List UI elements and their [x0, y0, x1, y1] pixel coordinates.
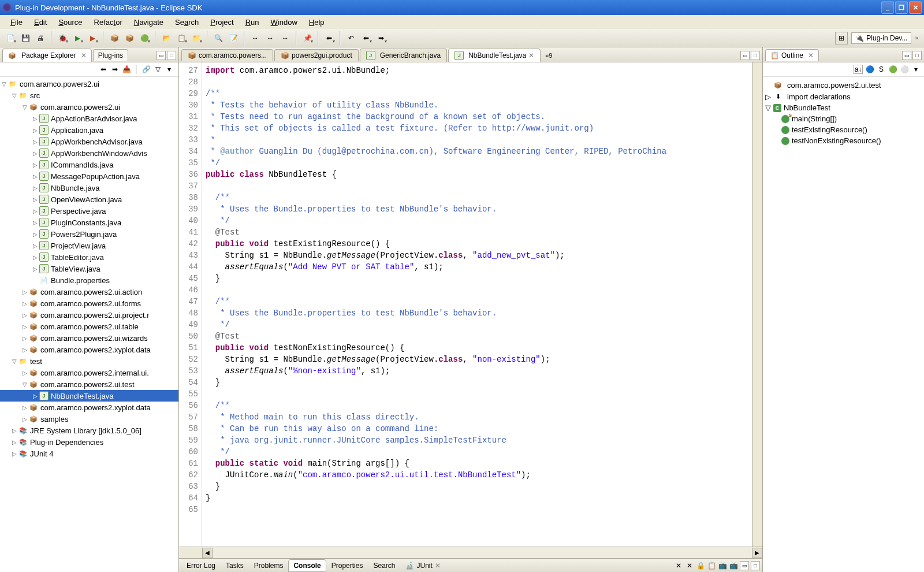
console-tool-icon[interactable]: 🔒: [696, 561, 705, 570]
scroll-left-button[interactable]: ◀: [202, 548, 213, 558]
tab-search[interactable]: Search: [368, 559, 400, 572]
forward-icon[interactable]: ➡: [110, 65, 120, 74]
tree-pkg-ui[interactable]: ▽📦com.aramco.powers2.ui: [0, 101, 178, 113]
tree-test[interactable]: ▽📁test: [0, 355, 178, 367]
vertical-scrollbar[interactable]: [752, 62, 762, 547]
tab-problems[interactable]: Problems: [249, 559, 289, 572]
menu-help[interactable]: Help: [303, 17, 330, 28]
nav-toggle-button[interactable]: ⬅: [322, 31, 336, 45]
tree-file[interactable]: ▷JPowers2Plugin.java: [0, 228, 178, 240]
tree-file[interactable]: ▷JAppActionBarAdvisor.java: [0, 113, 178, 124]
hide-static-icon[interactable]: S: [877, 65, 886, 74]
nav-button2[interactable]: ↔: [263, 31, 277, 45]
tree-file[interactable]: ▷JAppWorkbenchWindowAdvis: [0, 147, 178, 159]
run-button[interactable]: ▶: [70, 31, 84, 45]
tree-file[interactable]: ▷JNbBundle.java: [0, 182, 178, 194]
back-button[interactable]: ⬅: [359, 31, 373, 45]
tree-pkg[interactable]: ▷📦com.aramco.powers2.ui.project.r: [0, 309, 178, 321]
editor-tab-2[interactable]: 📦powers2gui.product: [274, 49, 359, 61]
code-editor[interactable]: import com.aramco.powers2.ui.NbBundle; /…: [202, 62, 752, 547]
open-res-button[interactable]: 📁: [189, 31, 203, 45]
hide-local-icon[interactable]: ⚪: [900, 65, 909, 74]
tab-junit[interactable]: 🔬JUnit✕: [400, 559, 445, 572]
filter-icon[interactable]: ▽: [153, 65, 162, 74]
tree-pkg[interactable]: ▷📦com.aramco.powers2.ui.table: [0, 321, 178, 332]
outline-method-test1[interactable]: testExistingResource(): [765, 124, 922, 135]
tree-file[interactable]: ▷JPerspective.java: [0, 205, 178, 217]
hide-nonpublic-icon[interactable]: 🟢: [888, 65, 897, 74]
tree-src[interactable]: ▽📁src: [0, 90, 178, 101]
maximize-editor-button[interactable]: □: [751, 51, 760, 60]
sort-icon[interactable]: a↓: [854, 65, 863, 74]
tree-file[interactable]: ▷JApplication.java: [0, 124, 178, 136]
menu-source[interactable]: Source: [53, 17, 88, 28]
collapse-icon[interactable]: 📥: [122, 65, 131, 74]
minimize-editor-button[interactable]: ▭: [740, 51, 750, 60]
minimize-view-button[interactable]: ▭: [740, 561, 749, 570]
tree-pkg[interactable]: ▷📦com.aramco.powers2.ui.wizards: [0, 332, 178, 344]
tree-jre[interactable]: ▷📚JRE System Library [jdk1.5.0_06]: [0, 425, 178, 436]
tree-junit[interactable]: ▷📚JUnit 4: [0, 448, 178, 459]
tree-file[interactable]: ▷JAppWorkbenchAdvisor.java: [0, 136, 178, 147]
menu-navigate[interactable]: Navigate: [128, 17, 169, 28]
tab-console[interactable]: Console: [288, 559, 326, 572]
tab-outline[interactable]: 📋 Outline ✕: [765, 49, 819, 61]
new-ext-button[interactable]: 📦: [122, 31, 136, 45]
tree-project[interactable]: ▽📁com.aramco.powers2.ui: [0, 78, 178, 90]
nav-button3[interactable]: ↔: [278, 31, 292, 45]
close-tab-icon[interactable]: ✕: [528, 51, 534, 60]
minimize-view-button[interactable]: ▭: [902, 51, 911, 60]
tab-plugins[interactable]: Plug-ins: [93, 49, 128, 61]
tree-pkg-uitest[interactable]: ▽📦com.aramco.powers2.ui.test: [0, 378, 178, 390]
new-plugin-button[interactable]: 📦: [107, 31, 121, 45]
pin-button[interactable]: 📌: [300, 31, 314, 45]
menu-file[interactable]: File: [5, 17, 28, 28]
close-tab-icon[interactable]: ✕: [81, 51, 87, 60]
outline-imports[interactable]: ▷⬇import declarations: [765, 91, 922, 102]
link-icon[interactable]: 🔗: [141, 65, 151, 74]
debug-button[interactable]: 🐞: [55, 31, 69, 45]
tree-file[interactable]: ▷JTableView.java: [0, 263, 178, 274]
menu-icon[interactable]: ▾: [165, 65, 174, 74]
console-tool-icon[interactable]: ✕: [674, 561, 683, 570]
tree-pkg[interactable]: ▷📦com.aramco.powers2.ui.action: [0, 286, 178, 298]
tree-plugin-deps[interactable]: ▷📚Plug-in Dependencies: [0, 436, 178, 448]
open-perspective-button[interactable]: ⊞: [835, 32, 848, 44]
tree-pkg[interactable]: ▷📦com.aramco.powers2.xyplot.data: [0, 344, 178, 355]
tree-pkg[interactable]: ▷📦com.aramco.powers2.xyplot.data: [0, 402, 178, 413]
outline-tree[interactable]: 📦com.aramco.powers2.ui.test ▷⬇import dec…: [763, 77, 924, 572]
perspective-plugin-dev[interactable]: 🔌Plug-in Dev...: [851, 32, 911, 44]
open-type-button[interactable]: 📂: [159, 31, 173, 45]
scroll-right-button[interactable]: ▶: [752, 548, 762, 558]
tree-file[interactable]: ▷JOpenViewAction.java: [0, 194, 178, 205]
tree-file[interactable]: ▷JMessagePopupAction.java: [0, 170, 178, 182]
outline-class[interactable]: ▽CNbBundleTest: [765, 102, 922, 113]
tree-pkg[interactable]: ▷📦com.aramco.powers2.ui.forms: [0, 298, 178, 309]
horizontal-scrollbar[interactable]: ◀ ▶: [179, 547, 762, 558]
nav-button[interactable]: ↔: [248, 31, 262, 45]
save-button[interactable]: 💾: [18, 31, 32, 45]
print-button[interactable]: 🖨: [33, 31, 47, 45]
outline-method-main[interactable]: main(String[]): [765, 113, 922, 124]
editor-tab-4[interactable]: JNbBundleTest.java✕: [448, 49, 541, 62]
console-tool-icon[interactable]: ✕: [685, 561, 694, 570]
tree-file[interactable]: 📄Bundle.properties: [0, 274, 178, 286]
tree-pkg[interactable]: ▷📦samples: [0, 413, 178, 425]
menu-edit[interactable]: Edit: [28, 17, 53, 28]
close-tab-icon[interactable]: ✕: [435, 562, 441, 570]
maximize-button[interactable]: ❐: [895, 1, 908, 14]
tree-file[interactable]: ▷JTableEditor.java: [0, 251, 178, 263]
search-button[interactable]: 🔍: [211, 31, 225, 45]
maximize-view-button[interactable]: □: [751, 561, 760, 570]
forward-button[interactable]: ➡: [374, 31, 388, 45]
menu-search[interactable]: Search: [169, 17, 204, 28]
hide-fields-icon[interactable]: 🔵: [865, 65, 874, 74]
maximize-view-button[interactable]: □: [912, 51, 922, 60]
run-ext-button[interactable]: ▶: [85, 31, 99, 45]
close-tab-icon[interactable]: ✕: [808, 51, 814, 60]
maximize-view-button[interactable]: □: [167, 51, 176, 60]
new-class-button[interactable]: 🟢: [137, 31, 151, 45]
outline-package[interactable]: 📦com.aramco.powers2.ui.test: [765, 79, 922, 91]
tab-tasks[interactable]: Tasks: [221, 559, 249, 572]
menu-run[interactable]: Run: [240, 17, 265, 28]
